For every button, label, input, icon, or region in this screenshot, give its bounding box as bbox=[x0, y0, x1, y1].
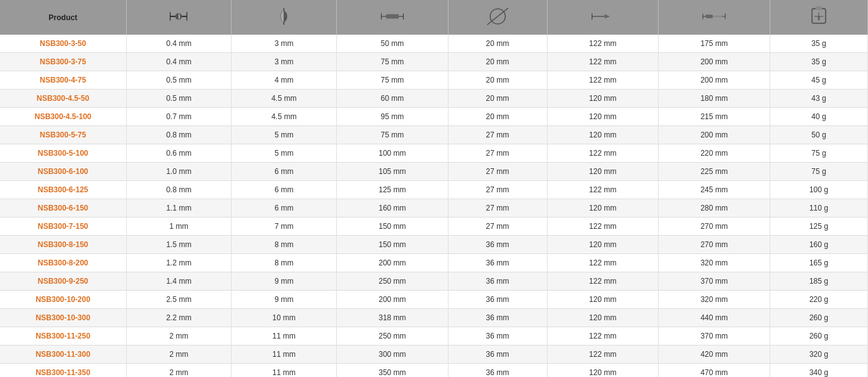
cell-value: 0.4 mm bbox=[126, 35, 232, 53]
table-row: NSB300-10-3002.2 mm10 mm318 mm36 mm120 m… bbox=[0, 309, 868, 327]
cell-value: 2.5 mm bbox=[126, 291, 232, 309]
header-length bbox=[337, 0, 449, 35]
cell-value: 420 mm bbox=[659, 345, 770, 364]
cell-value: 200 mm bbox=[659, 53, 770, 71]
table-row: NSB300-5-750.8 mm5 mm75 mm27 mm120 mm200… bbox=[0, 126, 868, 144]
cell-value: 200 mm bbox=[337, 291, 449, 309]
cell-value: 2 mm bbox=[126, 364, 232, 378]
cell-value: 4 mm bbox=[232, 71, 337, 90]
cell-value: 122 mm bbox=[547, 327, 659, 345]
product-name[interactable]: NSB300-7-150 bbox=[0, 218, 126, 236]
cell-value: 0.7 mm bbox=[126, 108, 232, 126]
table-row: NSB300-4.5-1000.7 mm4.5 mm95 mm20 mm120 … bbox=[0, 108, 868, 126]
cell-value: 0.5 mm bbox=[126, 71, 232, 90]
table-row: NSB300-8-2001.2 mm8 mm200 mm36 mm122 mm3… bbox=[0, 254, 868, 272]
header-weight: g bbox=[770, 0, 867, 35]
cell-value: 0.5 mm bbox=[126, 90, 232, 108]
cell-value: 36 mm bbox=[448, 309, 547, 327]
table-row: NSB300-11-3002 mm11 mm300 mm36 mm122 mm4… bbox=[0, 345, 868, 364]
product-name[interactable]: NSB300-6-150 bbox=[0, 199, 126, 218]
cell-value: 122 mm bbox=[547, 345, 659, 364]
product-name[interactable]: NSB300-10-200 bbox=[0, 291, 126, 309]
cell-value: 27 mm bbox=[448, 199, 547, 218]
cell-value: 440 mm bbox=[659, 309, 770, 327]
cell-value: 27 mm bbox=[448, 126, 547, 144]
cell-value: 45 g bbox=[770, 71, 867, 90]
table-row: NSB300-11-3502 mm11 mm350 mm36 mm120 mm4… bbox=[0, 364, 868, 378]
product-name[interactable]: NSB300-4.5-100 bbox=[0, 108, 126, 126]
cell-value: 5 mm bbox=[232, 144, 337, 163]
product-name[interactable]: NSB300-3-50 bbox=[0, 35, 126, 53]
cell-value: 75 g bbox=[770, 144, 867, 163]
svg-rect-17 bbox=[706, 14, 713, 18]
cell-value: 270 mm bbox=[659, 218, 770, 236]
cell-value: 280 mm bbox=[659, 199, 770, 218]
cell-value: 20 mm bbox=[448, 35, 547, 53]
cell-value: 20 mm bbox=[448, 71, 547, 90]
cell-value: 27 mm bbox=[448, 181, 547, 199]
cell-value: 120 mm bbox=[547, 126, 659, 144]
cell-value: 370 mm bbox=[659, 272, 770, 291]
product-name[interactable]: NSB300-11-350 bbox=[0, 364, 126, 378]
product-name[interactable]: NSB300-6-100 bbox=[0, 163, 126, 181]
product-name[interactable]: NSB300-8-200 bbox=[0, 254, 126, 272]
cell-value: 200 mm bbox=[659, 71, 770, 90]
product-name[interactable]: NSB300-11-300 bbox=[0, 345, 126, 364]
cell-value: 122 mm bbox=[547, 272, 659, 291]
cell-value: 36 mm bbox=[448, 236, 547, 254]
product-name[interactable]: NSB300-5-75 bbox=[0, 126, 126, 144]
cell-value: 175 mm bbox=[659, 35, 770, 53]
table-row: NSB300-11-2502 mm11 mm250 mm36 mm122 mm3… bbox=[0, 327, 868, 345]
cell-value: 27 mm bbox=[448, 163, 547, 181]
table-row: NSB300-7-1501 mm7 mm150 mm27 mm122 mm270… bbox=[0, 218, 868, 236]
cell-value: 9 mm bbox=[232, 272, 337, 291]
cell-value: 125 mm bbox=[337, 181, 449, 199]
cell-value: 150 mm bbox=[337, 236, 449, 254]
cell-value: 36 mm bbox=[448, 345, 547, 364]
product-name[interactable]: NSB300-11-250 bbox=[0, 327, 126, 345]
cell-value: 35 g bbox=[770, 35, 867, 53]
product-name[interactable]: NSB300-8-150 bbox=[0, 236, 126, 254]
cell-value: 300 mm bbox=[337, 345, 449, 364]
cell-value: 120 mm bbox=[547, 364, 659, 378]
cell-value: 8 mm bbox=[232, 236, 337, 254]
cell-value: 160 g bbox=[770, 236, 867, 254]
cell-value: 50 mm bbox=[337, 35, 449, 53]
cell-value: 1.4 mm bbox=[126, 272, 232, 291]
product-name[interactable]: NSB300-4.5-50 bbox=[0, 90, 126, 108]
product-name[interactable]: NSB300-9-250 bbox=[0, 272, 126, 291]
product-name[interactable]: NSB300-6-125 bbox=[0, 181, 126, 199]
product-table: Product bbox=[0, 0, 868, 377]
cell-value: 11 mm bbox=[232, 327, 337, 345]
cell-value: 1.1 mm bbox=[126, 199, 232, 218]
product-name[interactable]: NSB300-10-300 bbox=[0, 309, 126, 327]
product-name[interactable]: NSB300-4-75 bbox=[0, 71, 126, 90]
cell-value: 11 mm bbox=[232, 364, 337, 378]
table-row: NSB300-10-2002.5 mm9 mm200 mm36 mm120 mm… bbox=[0, 291, 868, 309]
product-name[interactable]: NSB300-3-75 bbox=[0, 53, 126, 71]
cell-value: 320 mm bbox=[659, 254, 770, 272]
table-row: NSB300-3-500.4 mm3 mm50 mm20 mm122 mm175… bbox=[0, 35, 868, 53]
cell-value: 122 mm bbox=[547, 218, 659, 236]
cell-value: 260 g bbox=[770, 327, 867, 345]
cell-value: 185 g bbox=[770, 272, 867, 291]
cell-value: 2 mm bbox=[126, 345, 232, 364]
cell-value: 6 mm bbox=[232, 199, 337, 218]
cell-value: 200 mm bbox=[337, 254, 449, 272]
cell-value: 2 mm bbox=[126, 327, 232, 345]
cell-value: 260 g bbox=[770, 309, 867, 327]
cell-value: 1.2 mm bbox=[126, 254, 232, 272]
svg-rect-18 bbox=[713, 16, 723, 18]
cell-value: 0.8 mm bbox=[126, 181, 232, 199]
cell-value: 270 mm bbox=[659, 236, 770, 254]
cell-value: 20 mm bbox=[448, 53, 547, 71]
header-grip-length bbox=[547, 0, 659, 35]
header-bit-diameter bbox=[232, 0, 337, 35]
product-name[interactable]: NSB300-5-100 bbox=[0, 144, 126, 163]
table-row: NSB300-9-2501.4 mm9 mm250 mm36 mm122 mm3… bbox=[0, 272, 868, 291]
cell-value: 0.6 mm bbox=[126, 144, 232, 163]
cell-value: 120 mm bbox=[547, 236, 659, 254]
table-row: NSB300-8-1501.5 mm8 mm150 mm36 mm120 mm2… bbox=[0, 236, 868, 254]
cell-value: 180 mm bbox=[659, 90, 770, 108]
cell-value: 165 g bbox=[770, 254, 867, 272]
